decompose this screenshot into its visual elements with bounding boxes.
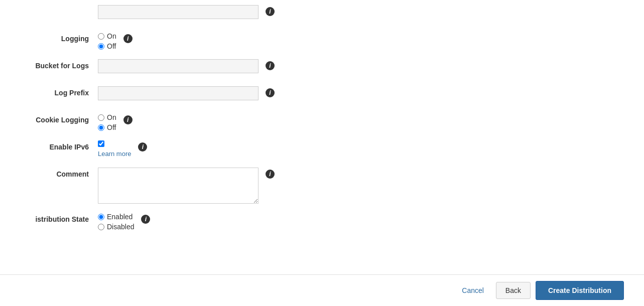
top-info-icon[interactable]: i [266,7,275,16]
comment-info-icon[interactable]: i [266,170,275,179]
bucket-for-logs-info-icon[interactable]: i [266,61,275,70]
enable-ipv6-label: Enable IPv6 [20,140,98,151]
enable-ipv6-info-icon[interactable]: i [138,142,147,151]
log-prefix-input[interactable] [98,86,259,100]
cancel-button[interactable]: Cancel [455,282,491,298]
cookie-logging-on-option[interactable]: On [98,113,116,121]
form-container: i Logging On Off i Bucket for Logs [0,0,644,280]
cookie-logging-off-option[interactable]: Off [98,123,116,131]
log-prefix-row: Log Prefix i [20,86,624,104]
distribution-state-enabled-label: Enabled [107,213,133,221]
cookie-logging-control-area: On Off i [98,113,624,131]
distribution-state-disabled-radio[interactable] [98,224,104,230]
distribution-state-radio-group: Enabled Disabled [98,213,134,231]
cookie-logging-info-icon[interactable]: i [123,115,133,124]
distribution-state-row: istribution State Enabled Disabled i [20,213,624,231]
distribution-state-control-area: Enabled Disabled i [98,213,624,231]
distribution-state-disabled-label: Disabled [107,223,134,231]
distribution-state-enabled-option[interactable]: Enabled [98,213,134,221]
bottom-action-bar: Cancel Back Create Distribution [0,274,644,306]
logging-label: Logging [20,32,98,43]
logging-off-radio[interactable] [98,43,104,50]
top-text-input[interactable] [98,5,259,19]
top-control-area: i [98,5,624,19]
cookie-logging-label: Cookie Logging [20,113,98,124]
distribution-state-enabled-radio[interactable] [98,214,104,220]
logging-off-label: Off [107,42,116,50]
logging-on-option[interactable]: On [98,32,116,40]
logging-off-option[interactable]: Off [98,42,116,50]
log-prefix-info-icon[interactable]: i [266,88,275,97]
log-prefix-label: Log Prefix [20,86,98,97]
distribution-state-label: istribution State [20,213,98,223]
logging-on-label: On [107,32,116,40]
comment-label: Comment [20,168,98,178]
enable-ipv6-control-area: Learn more i [98,140,624,158]
enable-ipv6-group: Learn more [98,140,131,158]
cookie-logging-off-label: Off [107,123,116,131]
cookie-logging-off-radio[interactable] [98,124,104,131]
comment-textarea[interactable] [98,168,259,204]
logging-on-radio[interactable] [98,33,104,40]
top-input-row: i [20,5,624,23]
cookie-logging-on-label: On [107,113,116,121]
cookie-logging-radio-group: On Off [98,113,116,131]
log-prefix-control-area: i [98,86,624,100]
distribution-state-disabled-option[interactable]: Disabled [98,223,134,231]
logging-row: Logging On Off i [20,32,624,50]
enable-ipv6-checkbox-option[interactable] [98,140,131,147]
cookie-logging-row: Cookie Logging On Off i [20,113,624,131]
distribution-state-info-icon[interactable]: i [141,215,150,224]
enable-ipv6-row: Enable IPv6 Learn more i [20,140,624,159]
create-distribution-button[interactable]: Create Distribution [536,281,624,300]
learn-more-link[interactable]: Learn more [98,150,131,158]
bucket-for-logs-row: Bucket for Logs i [20,59,624,77]
comment-control-area: i [98,168,624,204]
logging-info-icon[interactable]: i [123,34,133,43]
comment-row: Comment i [20,168,624,204]
bucket-for-logs-label: Bucket for Logs [20,59,98,70]
back-button[interactable]: Back [496,282,531,299]
enable-ipv6-checkbox[interactable] [98,140,104,147]
logging-control-area: On Off i [98,32,624,50]
cookie-logging-on-radio[interactable] [98,114,104,121]
logging-radio-group: On Off [98,32,116,50]
bucket-for-logs-input[interactable] [98,59,259,73]
bucket-for-logs-control-area: i [98,59,624,73]
